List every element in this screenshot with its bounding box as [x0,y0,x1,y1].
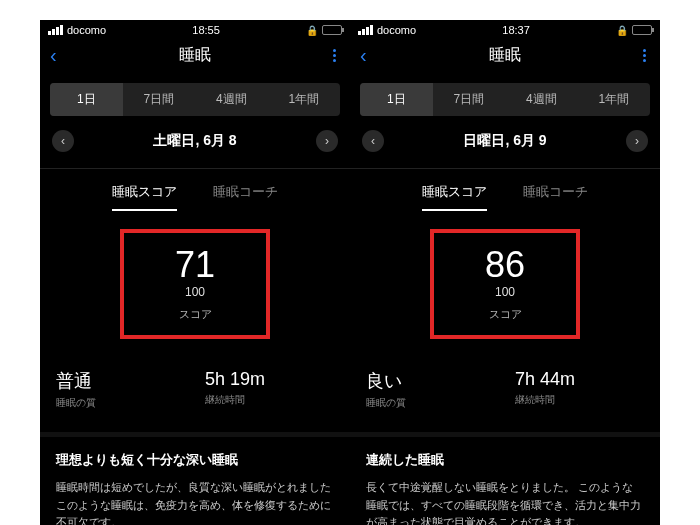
duration-sublabel: 継続時間 [515,393,644,407]
quality-sublabel: 睡眠の質 [56,396,185,410]
summary-heading: 理想よりも短く十分な深い睡眠 [56,451,334,469]
metric-duration: 7h 44m 継続時間 [515,369,644,410]
tabs: 睡眠スコア 睡眠コーチ [40,169,350,211]
metric-duration: 5h 19m 継続時間 [205,369,334,410]
summary-body: 長くて中途覚醒しない睡眠をとりました。 このような睡眠では、すべての睡眠段階を循… [366,479,644,525]
next-day-button[interactable]: › [316,130,338,152]
tab-sleep-score[interactable]: 睡眠スコア [112,183,177,211]
lock-icon: 🔒 [306,25,318,36]
tab-sleep-score[interactable]: 睡眠スコア [422,183,487,211]
score-value: 86 [485,247,525,283]
phone-right: docomo 18:37 🔒 ‹ 睡眠 1日 7日間 4週間 1年間 ‹ 日曜日… [350,20,660,525]
status-time: 18:55 [192,24,220,36]
back-button[interactable]: ‹ [360,44,367,67]
segment-1day[interactable]: 1日 [360,83,433,116]
metric-quality: 良い 睡眠の質 [366,369,495,410]
page-title: 睡眠 [489,45,521,66]
segment-1year[interactable]: 1年間 [268,83,341,116]
score-value: 71 [175,247,215,283]
tab-sleep-coach[interactable]: 睡眠コーチ [213,183,278,211]
signal-icon [48,25,63,35]
range-segments: 1日 7日間 4週間 1年間 [360,83,650,116]
segment-4week[interactable]: 4週間 [195,83,268,116]
segment-4week[interactable]: 4週間 [505,83,578,116]
quality-sublabel: 睡眠の質 [366,396,495,410]
status-bar: docomo 18:55 🔒 [40,20,350,38]
menu-button[interactable] [643,49,650,62]
score-max: 100 [495,285,515,299]
segment-1day[interactable]: 1日 [50,83,123,116]
summary-heading: 連続した睡眠 [366,451,644,469]
status-time: 18:37 [502,24,530,36]
carrier-label: docomo [377,24,416,36]
tab-sleep-coach[interactable]: 睡眠コーチ [523,183,588,211]
date-label: 日曜日, 6月 9 [463,132,546,150]
phone-left: docomo 18:55 🔒 ‹ 睡眠 1日 7日間 4週間 1年間 ‹ 土曜日… [40,20,350,525]
metrics-row: 良い 睡眠の質 7h 44m 継続時間 [350,361,660,432]
duration-value: 7h 44m [515,369,644,390]
summary-block: 連続した睡眠 長くて中途覚醒しない睡眠をとりました。 このような睡眠では、すべて… [350,437,660,525]
quality-value: 良い [366,369,495,393]
date-row: ‹ 土曜日, 6月 8 › [40,116,350,168]
battery-icon [322,25,342,35]
menu-button[interactable] [333,49,340,62]
duration-value: 5h 19m [205,369,334,390]
range-segments: 1日 7日間 4週間 1年間 [50,83,340,116]
summary-body: 睡眠時間は短めでしたが、良質な深い睡眠がとれました このような睡眠は、免疫力を高… [56,479,334,525]
metric-quality: 普通 睡眠の質 [56,369,185,410]
prev-day-button[interactable]: ‹ [52,130,74,152]
segment-7day[interactable]: 7日間 [123,83,196,116]
segment-7day[interactable]: 7日間 [433,83,506,116]
lock-icon: 🔒 [616,25,628,36]
summary-block: 理想よりも短く十分な深い睡眠 睡眠時間は短めでしたが、良質な深い睡眠がとれました… [40,437,350,525]
battery-icon [632,25,652,35]
quality-value: 普通 [56,369,185,393]
score-highlight: 86 100 スコア [430,229,580,339]
segment-1year[interactable]: 1年間 [578,83,651,116]
prev-day-button[interactable]: ‹ [362,130,384,152]
status-bar: docomo 18:37 🔒 [350,20,660,38]
date-row: ‹ 日曜日, 6月 9 › [350,116,660,168]
page-title: 睡眠 [179,45,211,66]
duration-sublabel: 継続時間 [205,393,334,407]
carrier-label: docomo [67,24,106,36]
back-button[interactable]: ‹ [50,44,57,67]
date-label: 土曜日, 6月 8 [153,132,236,150]
score-highlight: 71 100 スコア [120,229,270,339]
nav-bar: ‹ 睡眠 [350,38,660,77]
tabs: 睡眠スコア 睡眠コーチ [350,169,660,211]
score-label: スコア [179,307,212,322]
signal-icon [358,25,373,35]
score-max: 100 [185,285,205,299]
score-label: スコア [489,307,522,322]
next-day-button[interactable]: › [626,130,648,152]
metrics-row: 普通 睡眠の質 5h 19m 継続時間 [40,361,350,432]
nav-bar: ‹ 睡眠 [40,38,350,77]
